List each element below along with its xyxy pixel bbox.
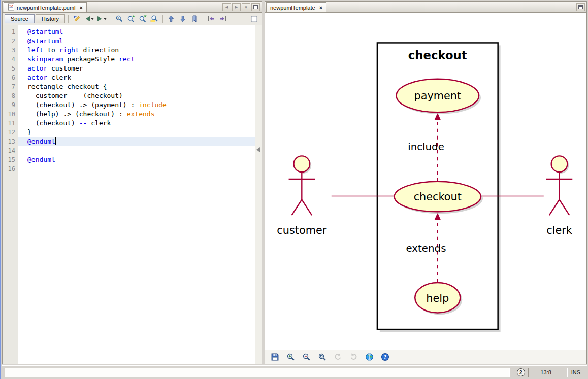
preview-tab-bar: newpumlTemplate × xyxy=(265,2,586,13)
actor-clerk-label: clerk xyxy=(546,224,572,236)
scroll-tabs-left-button[interactable]: ◀ xyxy=(222,3,231,11)
tab-label: newpumlTemplate.puml xyxy=(17,5,76,11)
toolbar-separator xyxy=(111,15,111,23)
code-line-5[interactable]: actor customer xyxy=(18,64,255,73)
maximize-window-button[interactable] xyxy=(251,3,260,11)
code-line-9[interactable]: (checkout) .> (payment) : include xyxy=(18,100,255,110)
extends-label: extends xyxy=(406,243,446,254)
code-line-2[interactable]: @startuml xyxy=(18,37,255,46)
package-title: checkout xyxy=(408,49,467,62)
code-line-13[interactable]: @enduml xyxy=(18,137,255,146)
ide-window: newpumlTemplate.puml × ◀ ▶ ▾ Source Hist… xyxy=(0,0,588,379)
source-view-button[interactable]: Source xyxy=(5,14,35,23)
code-line-8[interactable]: customer -- (checkout) xyxy=(18,91,255,100)
actor-customer-head xyxy=(293,156,310,172)
find-selection-button[interactable]: a xyxy=(114,14,125,24)
rotate-left-button xyxy=(332,351,344,363)
puml-file-icon xyxy=(8,3,15,12)
tab-newpumltemplate-preview[interactable]: newpumlTemplate × xyxy=(266,2,326,12)
line-number: 14 xyxy=(3,146,15,155)
scroll-tabs-right-button[interactable]: ▶ xyxy=(232,3,241,11)
open-in-browser-button[interactable] xyxy=(364,351,375,363)
line-number: 16 xyxy=(3,164,15,174)
code-line-10[interactable]: (help) .> (checkout) : extends xyxy=(18,110,255,119)
svg-text:a: a xyxy=(117,16,119,20)
code-line-6[interactable]: actor clerk xyxy=(18,73,255,82)
zoom-in-button[interactable] xyxy=(285,351,297,363)
minimize-icon xyxy=(578,5,583,9)
line-number: 4 xyxy=(3,55,15,64)
text-caret xyxy=(55,137,56,145)
line-number-gutter: 12345678910111213141516 xyxy=(3,25,18,364)
notifications-badge[interactable]: 2 xyxy=(517,368,525,376)
line-number: 13 xyxy=(3,137,15,146)
preview-pane: newpumlTemplate × checkout xyxy=(265,1,587,364)
tab-close-icon[interactable]: × xyxy=(80,5,83,11)
forward-button[interactable] xyxy=(96,14,108,24)
code-line-7[interactable]: rectangle checkout { xyxy=(18,82,255,91)
include-label: include xyxy=(408,141,444,153)
actor-clerk[interactable]: clerk xyxy=(546,156,573,236)
about-button[interactable]: ? xyxy=(379,351,391,363)
split-document-button[interactable] xyxy=(248,14,259,24)
tab-newpumltemplate-puml[interactable]: newpumlTemplate.puml × xyxy=(4,2,87,12)
code-line-15[interactable]: @enduml xyxy=(18,155,255,164)
insert-mode-indicator[interactable]: INS xyxy=(567,368,584,377)
uml-diagram-canvas[interactable]: checkout include extends payment xyxy=(265,13,586,350)
zoom-reset-button[interactable] xyxy=(316,351,328,363)
export-image-button[interactable] xyxy=(269,351,281,363)
find-previous-occurrence-button[interactable] xyxy=(125,14,137,24)
toggle-highlight-search-button[interactable] xyxy=(149,14,160,24)
preview-tab-close-icon[interactable]: × xyxy=(319,5,322,11)
toggle-bookmark-button[interactable] xyxy=(189,14,200,24)
maximize-icon xyxy=(253,5,258,9)
line-number: 6 xyxy=(3,73,15,82)
rotate-right-button xyxy=(348,351,360,363)
last-edit-button[interactable] xyxy=(72,14,83,24)
code-line-11[interactable]: (checkout) -- clerk xyxy=(18,119,255,128)
preview-tab-controls xyxy=(576,3,586,12)
editor-tab-bar: newpumlTemplate.puml × ◀ ▶ ▾ xyxy=(3,2,262,13)
history-view-button[interactable]: History xyxy=(36,14,65,23)
line-number: 2 xyxy=(3,37,15,46)
status-message-area xyxy=(5,368,510,377)
shift-right-button[interactable] xyxy=(217,14,228,24)
code-lines[interactable]: @startuml@startumlleft to right directio… xyxy=(18,25,255,364)
line-number: 5 xyxy=(3,64,15,73)
editor-pane: newpumlTemplate.puml × ◀ ▶ ▾ Source Hist… xyxy=(2,1,262,364)
line-number: 12 xyxy=(3,128,15,137)
uml-usecase-diagram: checkout include extends payment xyxy=(265,13,586,350)
previous-bookmark-button[interactable] xyxy=(166,14,177,24)
error-stripe[interactable] xyxy=(255,25,262,364)
actor-customer-body xyxy=(289,172,315,215)
svg-text:?: ? xyxy=(384,354,387,360)
actor-customer-label: customer xyxy=(277,224,326,236)
actor-customer[interactable]: customer xyxy=(277,156,326,236)
code-line-14[interactable] xyxy=(18,146,255,155)
code-line-12[interactable]: } xyxy=(18,128,255,137)
line-number: 1 xyxy=(3,27,15,37)
back-button[interactable] xyxy=(83,14,95,24)
next-bookmark-button[interactable] xyxy=(177,14,188,24)
code-editor[interactable]: 12345678910111213141516 @startuml@startu… xyxy=(3,25,262,364)
code-line-4[interactable]: skinparam packageStyle rect xyxy=(18,55,255,64)
code-line-1[interactable]: @startuml xyxy=(18,27,255,37)
line-number: 15 xyxy=(3,155,15,164)
zoom-out-button[interactable] xyxy=(301,351,312,363)
line-number: 8 xyxy=(3,91,15,100)
code-line-3[interactable]: left to right direction xyxy=(18,46,255,55)
preview-tab-label: newpumlTemplate xyxy=(270,5,315,11)
find-next-occurrence-button[interactable] xyxy=(137,14,148,24)
opened-documents-list-button[interactable]: ▾ xyxy=(242,3,250,11)
usecase-help-label: help xyxy=(426,292,449,304)
shift-left-button[interactable] xyxy=(206,14,217,24)
line-number: 3 xyxy=(3,46,15,55)
editor-toolbar-buttons: a xyxy=(72,14,228,24)
line-number: 10 xyxy=(3,110,15,119)
code-line-16[interactable] xyxy=(18,164,255,174)
caret-position: 13:8 xyxy=(528,368,564,377)
toolbar-separator xyxy=(68,15,69,23)
status-bar: 2 13:8 INS xyxy=(2,365,587,379)
tab-controls: ◀ ▶ ▾ xyxy=(222,3,262,12)
minimize-window-group-button[interactable] xyxy=(576,3,585,11)
